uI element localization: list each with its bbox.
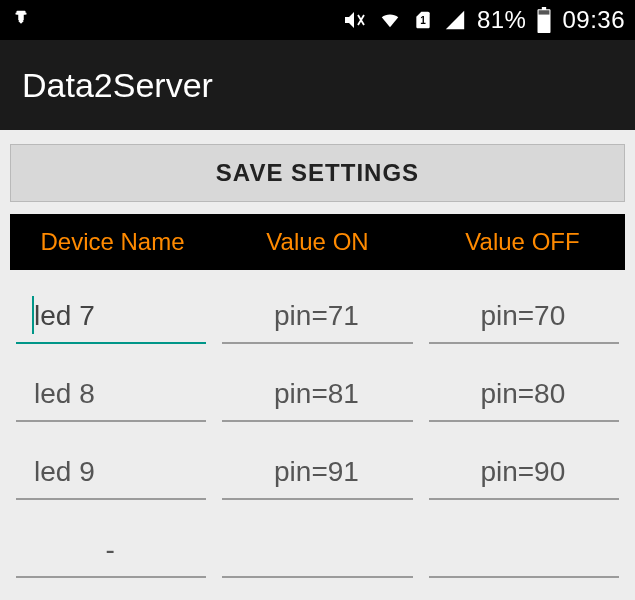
cell-device-name xyxy=(16,456,206,500)
value-off-input[interactable] xyxy=(429,534,619,578)
table-row xyxy=(10,270,625,348)
wifi-icon xyxy=(377,9,403,31)
clock-text: 09:36 xyxy=(562,6,625,34)
save-settings-button[interactable]: SAVE SETTINGS xyxy=(10,144,625,202)
table-row xyxy=(10,426,625,504)
cell-device-name xyxy=(16,300,206,344)
app-bar: Data2Server xyxy=(0,40,635,130)
cell-value-on xyxy=(222,378,412,422)
value-on-input[interactable] xyxy=(222,534,412,578)
cell-device-name xyxy=(16,378,206,422)
vibrate-silent-icon xyxy=(341,8,367,32)
text-cursor xyxy=(32,296,34,334)
value-on-input[interactable] xyxy=(222,378,412,422)
value-on-input[interactable] xyxy=(222,456,412,500)
cell-value-off xyxy=(429,300,619,344)
header-value-on: Value ON xyxy=(215,228,420,256)
value-off-input[interactable] xyxy=(429,378,619,422)
cell-device-name xyxy=(16,534,206,578)
device-name-input[interactable] xyxy=(16,534,206,578)
value-off-input[interactable] xyxy=(429,300,619,344)
device-name-input[interactable] xyxy=(16,378,206,422)
cellular-signal-icon xyxy=(443,9,467,31)
header-value-off: Value OFF xyxy=(420,228,625,256)
sim-card-icon: 1 xyxy=(413,8,433,32)
table-row xyxy=(10,348,625,426)
cell-value-on xyxy=(222,456,412,500)
device-name-input[interactable] xyxy=(16,456,206,500)
cell-value-on xyxy=(222,534,412,578)
cell-value-on xyxy=(222,300,412,344)
header-device-name: Device Name xyxy=(10,228,215,256)
svg-rect-1 xyxy=(539,10,550,14)
download-complete-icon xyxy=(10,9,32,31)
cell-value-off xyxy=(429,456,619,500)
table-body xyxy=(10,270,625,582)
table-row xyxy=(10,504,625,582)
battery-icon xyxy=(536,7,552,33)
device-name-input[interactable] xyxy=(16,300,206,344)
status-bar: 1 81% 09:36 xyxy=(0,0,635,40)
toolbar: SAVE SETTINGS xyxy=(0,130,635,214)
battery-percentage-text: 81% xyxy=(477,6,527,34)
value-on-input[interactable] xyxy=(222,300,412,344)
app-title: Data2Server xyxy=(22,66,213,105)
svg-text:1: 1 xyxy=(420,15,426,26)
cell-value-off xyxy=(429,534,619,578)
value-off-input[interactable] xyxy=(429,456,619,500)
table-header: Device Name Value ON Value OFF xyxy=(10,214,625,270)
cell-value-off xyxy=(429,378,619,422)
